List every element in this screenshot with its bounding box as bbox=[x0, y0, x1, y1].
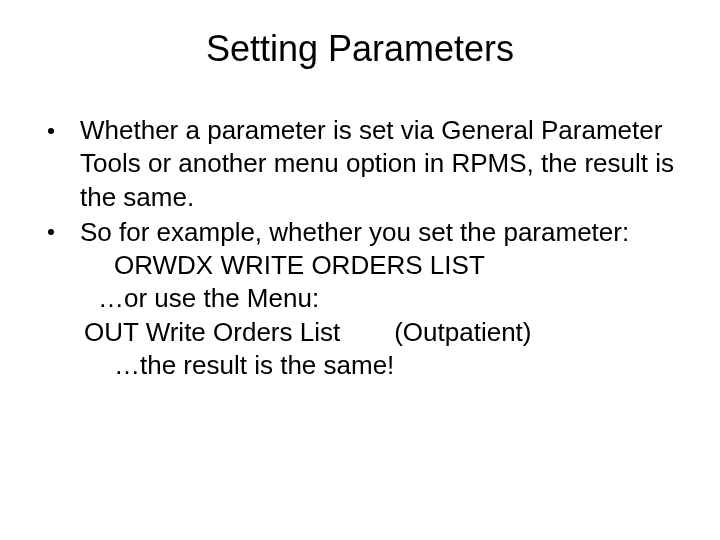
out-line: OUT Write Orders List (Outpatient) bbox=[80, 316, 680, 349]
bullet-text: Whether a parameter is set via General P… bbox=[80, 115, 674, 212]
out-write-orders-text: OUT Write Orders List bbox=[84, 316, 340, 349]
bullet-icon bbox=[48, 229, 54, 235]
bullet-item: Whether a parameter is set via General P… bbox=[40, 114, 680, 214]
bullet-list: Whether a parameter is set via General P… bbox=[40, 114, 680, 382]
outpatient-text: (Outpatient) bbox=[394, 316, 531, 349]
slide-title: Setting Parameters bbox=[40, 28, 680, 70]
or-menu-line: …or use the Menu: bbox=[80, 282, 680, 315]
bullet-text: So for example, whether you set the para… bbox=[80, 217, 629, 247]
bullet-item: So for example, whether you set the para… bbox=[40, 216, 680, 382]
parameter-name-line: ORWDX WRITE ORDERS LIST bbox=[80, 249, 680, 282]
result-line: …the result is the same! bbox=[80, 349, 680, 382]
bullet-icon bbox=[48, 128, 54, 134]
